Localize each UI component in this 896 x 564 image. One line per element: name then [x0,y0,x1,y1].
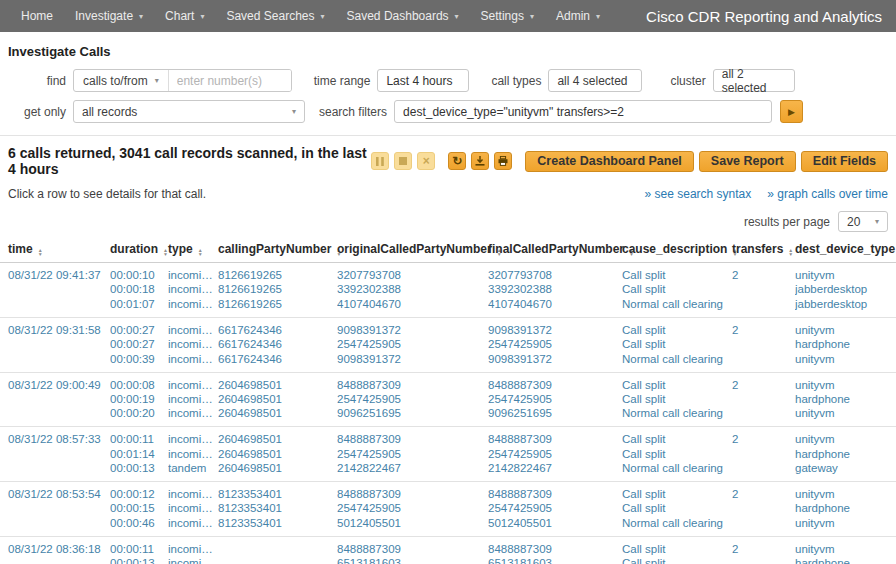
table-cell: 00:00:20 [110,406,168,427]
table-row[interactable]: 00:01:07incoming812661926541074046704107… [0,297,896,318]
chevron-down-icon: ▾ [292,107,296,116]
table-row[interactable]: 00:00:46incoming812335340150124055015012… [0,516,896,537]
nav-item-saved-dashboards[interactable]: Saved Dashboards▾ [336,0,470,32]
table-cell [0,501,110,515]
call-types-value: all 4 selected [557,74,627,88]
table-row[interactable]: 08/31/22 09:31:5800:00:27incoming6617624… [0,317,896,337]
column-header-finalcalledpartynumber[interactable]: finalCalledPartyNumber▲▼ [488,238,622,263]
nav-item-saved-searches[interactable]: Saved Searches▾ [215,0,335,32]
table-cell [0,516,110,537]
table-cell: incoming [168,317,218,337]
graph-calls-over-time-link[interactable]: » graph calls over time [767,187,888,201]
table-cell: 8488887309 [488,482,622,502]
edit-fields-button[interactable]: Edit Fields [801,151,888,172]
table-row[interactable]: 00:00:13tandem26046985012142822467214282… [0,461,896,482]
table-row[interactable]: 00:00:18incoming812661926533923023883392… [0,282,896,296]
table-cell: incoming [168,536,218,556]
find-label: find [8,74,66,88]
nav-item-admin[interactable]: Admin▾ [545,0,611,32]
table-row[interactable]: 00:00:15incoming812335340125474259052547… [0,501,896,515]
column-header-transfers[interactable]: transfers▲▼ [732,238,795,263]
table-cell: 08/31/22 09:31:58 [0,317,110,337]
per-page-select[interactable]: 20 ▾ [838,211,888,232]
table-row[interactable]: 00:00:13incoming65131816036513181603Call… [0,556,896,564]
call-group: 08/31/22 09:31:5800:00:27incoming6617624… [0,317,896,372]
table-cell [732,337,795,351]
column-header-originalcalledpartynumber[interactable]: originalCalledPartyNumber▲▼ [337,238,488,263]
nav-item-investigate[interactable]: Investigate▾ [64,0,154,32]
table-cell: 00:00:18 [110,282,168,296]
table-cell: 2547425905 [337,446,488,460]
column-header-callingpartynumber[interactable]: callingPartyNumber▲▼ [218,238,337,263]
cluster-dropdown[interactable]: all 2 selected [713,69,795,92]
table-cell: unityvm [795,482,896,502]
table-cell: 8488887309 [488,372,622,392]
table-cell: 9096251695 [488,406,622,427]
table-cell: 9098391372 [488,351,622,372]
nav-item-chart[interactable]: Chart▾ [154,0,215,32]
call-types-dropdown[interactable]: all 4 selected [548,69,642,92]
table-row[interactable]: 08/31/22 08:36:1800:00:11incoming8488887… [0,536,896,556]
create-dashboard-panel-button[interactable]: Create Dashboard Panel [525,151,694,172]
table-row[interactable]: 00:00:19incoming260469850125474259052547… [0,392,896,406]
table-cell: hardphone [795,446,896,460]
table-cell: 6513181603 [337,556,488,564]
table-row[interactable]: 08/31/22 08:57:3300:00:11incoming2604698… [0,427,896,447]
table-row[interactable]: 08/31/22 09:41:3700:00:10incoming8126619… [0,263,896,283]
search-filters-input[interactable] [394,100,772,123]
column-header-duration[interactable]: duration▲▼ [110,238,168,263]
table-cell [732,297,795,318]
find-number-input[interactable] [169,70,291,91]
column-header-type[interactable]: type▲▼ [168,238,218,263]
time-range-label: time range [314,74,371,88]
table-cell [0,406,110,427]
column-header-time[interactable]: time▲▼ [0,238,110,263]
call-group: 08/31/22 08:57:3300:00:11incoming2604698… [0,427,896,482]
chevron-down-icon: ▾ [139,12,143,21]
export-button[interactable] [471,152,489,170]
table-row[interactable]: 00:00:20incoming260469850190962516959096… [0,406,896,427]
time-range-input[interactable] [377,69,469,92]
call-records-table: time▲▼duration▲▼type▲▼callingPartyNumber… [0,238,896,564]
table-row[interactable]: 00:00:27incoming661762434625474259052547… [0,337,896,351]
table-row[interactable]: 00:00:39incoming661762434690983913729098… [0,351,896,372]
call-group: 08/31/22 09:41:3700:00:10incoming8126619… [0,263,896,318]
run-search-button[interactable]: ▶ [780,100,803,123]
cancel-button[interactable]: × [417,152,435,170]
find-mode-value: calls to/from [83,74,148,88]
save-report-button[interactable]: Save Report [699,151,796,172]
pause-button[interactable] [371,152,389,170]
column-header-cause_description[interactable]: cause_description▲▼ [622,238,732,263]
table-cell: incoming [168,427,218,447]
stop-button[interactable] [394,152,412,170]
get-only-dropdown[interactable]: all records ▾ [73,100,305,123]
see-search-syntax-link[interactable]: » see search syntax [645,187,752,201]
column-header-dest_device_type[interactable]: dest_device_type▲▼ [795,238,896,263]
cluster-value: all 2 selected [722,67,786,95]
print-icon [498,156,508,166]
table-cell: 9098391372 [488,317,622,337]
table-cell: 08/31/22 09:00:49 [0,372,110,392]
table-cell: incoming [168,263,218,283]
table-cell: 2 [732,372,795,392]
nav-item-home[interactable]: Home [10,0,64,32]
print-button[interactable] [494,152,512,170]
table-row[interactable]: 00:01:14incoming260469850125474259052547… [0,446,896,460]
reload-button[interactable]: ↻ [448,152,466,170]
table-cell: hardphone [795,337,896,351]
nav-item-label: Home [21,9,53,23]
table-row[interactable]: 08/31/22 08:53:5400:00:12incoming8123353… [0,482,896,502]
find-mode-dropdown[interactable]: calls to/from ▾ [74,70,169,91]
table-cell: incoming [168,516,218,537]
page-title: Investigate Calls [0,32,896,63]
nav-item-label: Chart [165,9,194,23]
table-cell: jabberdesktop [795,282,896,296]
nav-items: HomeInvestigate▾Chart▾Saved Searches▾Sav… [10,0,611,32]
table-cell: incoming [168,482,218,502]
nav-item-settings[interactable]: Settings▾ [470,0,545,32]
table-cell: 2 [732,427,795,447]
chevron-down-icon: ▾ [321,12,325,21]
table-row[interactable]: 08/31/22 09:00:4900:00:08incoming2604698… [0,372,896,392]
table-cell: 2 [732,536,795,556]
table-cell: Normal call clearing [622,516,732,537]
